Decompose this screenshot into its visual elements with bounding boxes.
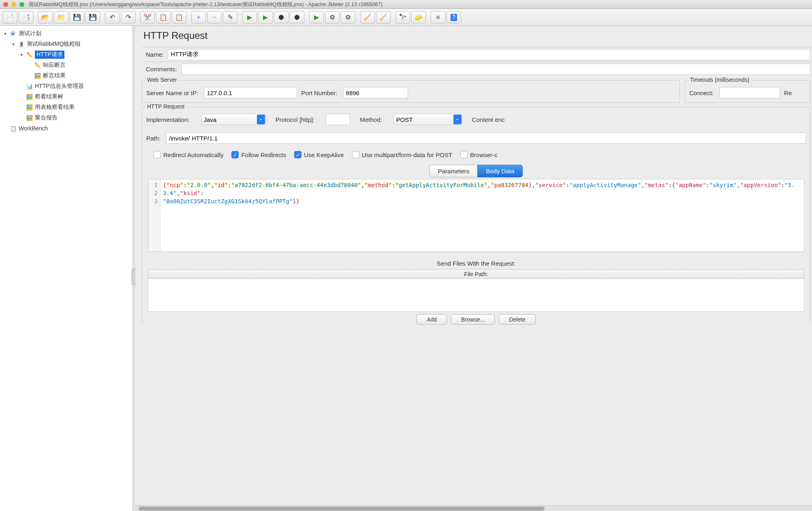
chk-browser-compat[interactable]: Browser-c xyxy=(460,151,498,158)
remote-stop-button[interactable]: ⚙ xyxy=(341,11,355,23)
toolbar: 📄 📑 📂 📁 💾 💾 ↶ ↷ ✂️ 📋 📋 ＋ － ✎ ▶ ▶ ⬢ ⬢ ▶ ⚙… xyxy=(0,9,812,26)
implementation-label: Implementation: xyxy=(146,116,191,123)
method-select[interactable]: POST xyxy=(393,114,462,125)
files-table[interactable]: File Path: xyxy=(148,269,804,312)
http-request-legend: HTTP Request xyxy=(145,103,186,110)
remote-start-button[interactable]: ▶ xyxy=(309,11,324,23)
method-label: Method: xyxy=(360,116,383,123)
files-section-title: Send Files With the Request: xyxy=(146,260,806,267)
close-button[interactable]: 📁 xyxy=(54,11,68,23)
response-label: Re xyxy=(784,89,793,96)
sampler-icon: ✏️ xyxy=(26,51,33,58)
title-bar: 测试RabbitMQ线程组.jmx (/Users/wanggang/works… xyxy=(0,0,812,9)
expand-button[interactable]: ＋ xyxy=(191,11,206,23)
start-button[interactable]: ▶ xyxy=(242,11,257,23)
content-panel: HTTP Request Name: Comments: Web Server … xyxy=(135,26,812,511)
tree-item-threadgroup[interactable]: ▼ 🧵 测试RabbitMQ线程组 xyxy=(10,39,131,49)
minimize-icon[interactable] xyxy=(11,2,16,7)
listener-icon: 🖼️ xyxy=(26,93,33,100)
checkbox-icon xyxy=(352,151,359,158)
browse-button[interactable]: Browse... xyxy=(451,314,495,325)
line-gutter: 123 xyxy=(148,179,160,251)
tree-item-http-request[interactable]: ▼ ✏️ HTTP请求 xyxy=(18,49,131,60)
listener-icon: 🖼️ xyxy=(34,72,41,79)
delete-button[interactable]: Delete xyxy=(499,314,535,325)
protocol-label: Protocol [http]: xyxy=(276,116,316,123)
web-server-legend: Web Server xyxy=(145,77,179,83)
chk-redirect-auto[interactable]: Redirect Automatically xyxy=(154,151,223,158)
tree-item-aggregate-report[interactable]: 🖼️ 聚合报告 xyxy=(18,113,131,123)
server-name-input[interactable] xyxy=(204,87,297,98)
chk-multipart[interactable]: Use multipart/form-data for POST xyxy=(352,151,452,158)
connect-input[interactable] xyxy=(719,87,780,98)
scrollbar-thumb[interactable] xyxy=(139,507,545,511)
test-plan-tree[interactable]: ▼ ⚗️ 测试计划 ▼ 🧵 测试RabbitMQ线程组 xyxy=(2,28,131,134)
row-name: Name: xyxy=(142,47,812,62)
protocol-input[interactable] xyxy=(326,114,350,125)
implementation-select[interactable]: Java xyxy=(201,114,266,125)
horizontal-scrollbar[interactable] xyxy=(135,505,812,511)
fieldset-http-request: HTTP Request Implementation: Java Protoc… xyxy=(142,107,810,325)
port-input[interactable] xyxy=(343,87,408,98)
tree-item-assertion[interactable]: ✏️ 响应断言 xyxy=(26,60,131,70)
tree-item-assertion-result[interactable]: 🖼️ 断言结果 xyxy=(26,70,131,81)
search-button[interactable]: 🔭 xyxy=(395,11,410,23)
copy-button[interactable]: 📋 xyxy=(156,11,171,23)
name-input[interactable] xyxy=(168,49,810,60)
port-label: Port Number: xyxy=(301,89,339,96)
body-tabs: Parameters Body Data xyxy=(146,165,806,177)
tree-item-table-results[interactable]: 🖼️ 用表格察看结果 xyxy=(18,102,131,113)
open-button[interactable]: 📂 xyxy=(38,11,53,23)
paste-button[interactable]: 📋 xyxy=(172,11,186,23)
checkbox-icon xyxy=(154,151,161,158)
chk-follow-redirects[interactable]: ✓Follow Redirects xyxy=(231,151,286,158)
tree-item-header-manager[interactable]: 📊 HTTP信息头管理器 xyxy=(18,81,131,92)
clear-all-button[interactable]: 🧹 xyxy=(376,11,391,23)
templates-button[interactable]: 📑 xyxy=(19,11,33,23)
chk-keepalive[interactable]: ✓Use KeepAlive xyxy=(294,151,344,158)
start-no-timer-button[interactable]: ▶ xyxy=(258,11,273,23)
maximize-icon[interactable] xyxy=(19,2,24,7)
tree-item-workbench[interactable]: 📋 WorkBench xyxy=(2,123,131,134)
undo-button[interactable]: ↶ xyxy=(105,11,120,23)
body-data-editor[interactable]: 123 {"ncp":"2.0.0","id":"a7822df2-6bf4-4… xyxy=(148,179,804,252)
reset-search-button[interactable]: 🧽 xyxy=(411,11,426,23)
fieldset-web-server: Web Server Server Name or IP: Port Numbe… xyxy=(142,80,680,103)
remote-start-all-button[interactable]: ⚙ xyxy=(325,11,340,23)
traffic-lights xyxy=(3,2,24,7)
checkbox-icon xyxy=(460,151,468,158)
function-helper-button[interactable]: ≡ xyxy=(431,11,445,23)
collapse-button[interactable]: － xyxy=(207,11,222,23)
close-icon[interactable] xyxy=(3,2,8,7)
save-button[interactable]: 💾 xyxy=(70,11,84,23)
tab-body-data[interactable]: Body Data xyxy=(477,165,523,177)
comments-input[interactable] xyxy=(181,64,810,75)
assertion-icon: ✏️ xyxy=(34,62,41,69)
redo-button[interactable]: ↷ xyxy=(121,11,135,23)
path-input[interactable] xyxy=(166,132,806,144)
name-label: Name: xyxy=(142,51,168,58)
toggle-button[interactable]: ✎ xyxy=(223,11,237,23)
clear-button[interactable]: 🧹 xyxy=(360,11,375,23)
path-label: Path: xyxy=(146,135,162,142)
files-col-filepath: File Path: xyxy=(148,270,804,279)
tree-item-view-results-tree[interactable]: 🖼️ 察看结果树 xyxy=(18,92,131,102)
threadgroup-icon: 🧵 xyxy=(18,40,25,48)
files-table-body[interactable] xyxy=(148,279,804,311)
row-comments: Comments: xyxy=(142,62,812,76)
shutdown-button[interactable]: ⬢ xyxy=(290,11,304,23)
add-button[interactable]: Add xyxy=(417,314,447,325)
checkbox-checked-icon: ✓ xyxy=(231,151,239,158)
main-area: ▼ ⚗️ 测试计划 ▼ 🧵 测试RabbitMQ线程组 xyxy=(0,26,812,511)
help-button[interactable]: ? xyxy=(447,11,461,23)
save-as-button[interactable]: 💾 xyxy=(85,11,100,23)
window-title: 测试RabbitMQ线程组.jmx (/Users/wanggang/works… xyxy=(28,1,382,8)
tree-item-testplan[interactable]: ▼ ⚗️ 测试计划 xyxy=(2,28,131,39)
new-file-button[interactable]: 📄 xyxy=(3,11,17,23)
tab-parameters[interactable]: Parameters xyxy=(430,165,478,177)
code-content[interactable]: {"ncp":"2.0.0","id":"a7822df2-6bf4-47ba-… xyxy=(160,179,804,251)
timeouts-legend: Timeouts (milliseconds) xyxy=(688,77,751,83)
stop-button[interactable]: ⬢ xyxy=(274,11,288,23)
cut-button[interactable]: ✂️ xyxy=(140,11,155,23)
workbench-icon: 📋 xyxy=(10,125,17,132)
